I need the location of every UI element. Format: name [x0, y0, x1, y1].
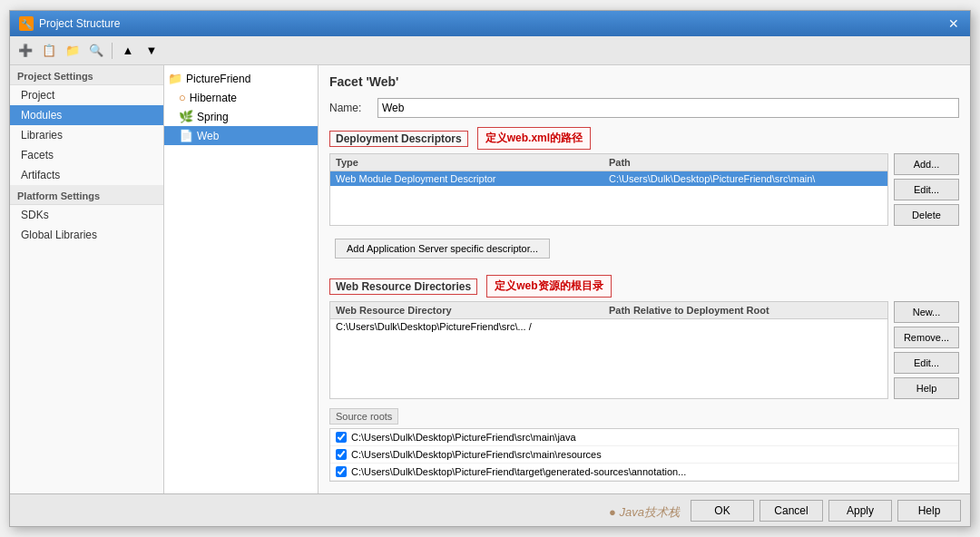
source-root-2-checkbox[interactable]	[336, 466, 347, 477]
toolbar-down-btn[interactable]: ▼	[142, 41, 162, 61]
web-resource-table: Web Resource Directory Path Relative to …	[329, 301, 888, 399]
web-resource-annotation: 定义web资源的根目录	[486, 275, 611, 298]
nav-item-sdks[interactable]: SDKs	[10, 205, 163, 225]
tree-web[interactable]: 📄 Web	[164, 126, 318, 145]
toolbar: ➕ 📋 📁 🔍 ▲ ▼	[10, 36, 970, 65]
close-button[interactable]: ✕	[946, 16, 961, 31]
title-bar: 🔧 Project Structure ✕	[10, 11, 970, 36]
web-resource-label: Web Resource Directories	[329, 278, 477, 295]
source-root-2: C:\Users\Dulk\Desktop\PictureFriend\targ…	[330, 464, 958, 481]
deployment-row-0[interactable]: Web Module Deployment Descriptor C:\User…	[330, 171, 887, 186]
deployment-col-type: Type	[336, 157, 609, 168]
toolbar-search-btn[interactable]: 🔍	[86, 41, 106, 61]
toolbar-folder-btn[interactable]: 📁	[63, 41, 83, 61]
tree-spring[interactable]: 🌿 Spring	[164, 107, 318, 126]
wr-help-btn[interactable]: Help	[894, 377, 959, 399]
source-root-0: C:\Users\Dulk\Desktop\PictureFriend\src\…	[330, 429, 958, 446]
title-bar-text: Project Structure	[39, 17, 120, 30]
tree-web-icon: 📄	[179, 129, 193, 142]
nav-item-libraries[interactable]: Libraries	[10, 125, 163, 145]
wr-col-directory: Web Resource Directory	[336, 305, 609, 316]
tree-hibernate-label: Hibernate	[190, 92, 237, 104]
dd-delete-btn[interactable]: Delete	[894, 204, 959, 226]
deployment-row-0-path: C:\Users\Dulk\Desktop\PictureFriend\src\…	[609, 173, 882, 184]
nav-item-project[interactable]: Project	[10, 85, 163, 105]
main-content: Project Settings Project Modules Librari…	[10, 65, 970, 493]
web-resource-section: Web Resource Directories 定义web资源的根目录 Web…	[329, 275, 959, 399]
source-roots-section: Source roots C:\Users\Dulk\Desktop\Pictu…	[329, 408, 959, 482]
source-root-0-checkbox[interactable]	[336, 432, 347, 443]
bottom-bar: ● Java技术栈 OK Cancel Apply Help	[10, 493, 970, 526]
source-roots-table: C:\Users\Dulk\Desktop\PictureFriend\src\…	[329, 428, 959, 482]
name-field-row: Name:	[329, 98, 959, 118]
wr-row-0-dir: C:\Users\Dulk\Desktop\PictureFriend\src\…	[336, 321, 609, 332]
toolbar-up-btn[interactable]: ▲	[118, 41, 138, 61]
source-root-1: C:\Users\Dulk\Desktop\PictureFriend\src\…	[330, 446, 958, 464]
web-resource-table-with-buttons: Web Resource Directory Path Relative to …	[329, 301, 959, 399]
wr-remove-btn[interactable]: Remove...	[894, 327, 959, 348]
toolbar-add-btn[interactable]: ➕	[15, 41, 35, 61]
facet-title: Facet 'Web'	[329, 74, 959, 89]
name-label: Name:	[329, 102, 370, 114]
nav-item-artifacts[interactable]: Artifacts	[10, 165, 163, 185]
tree-spring-icon: 🌿	[179, 110, 193, 123]
help-button[interactable]: Help	[897, 500, 961, 522]
add-server-area: Add Application Server specific descript…	[329, 235, 959, 266]
cancel-button[interactable]: Cancel	[760, 500, 823, 522]
source-root-2-path: C:\Users\Dulk\Desktop\PictureFriend\targ…	[351, 466, 686, 477]
wr-col-relative: Path Relative to Deployment Root	[609, 305, 882, 316]
tree-root[interactable]: 📁 PictureFriend	[164, 69, 318, 88]
source-roots-header: Source roots	[329, 408, 398, 425]
wr-side-buttons: New... Remove... Edit... Help	[894, 301, 959, 399]
ok-button[interactable]: OK	[691, 500, 754, 522]
deployment-descriptors-label: Deployment Descriptors	[329, 131, 468, 147]
tree-web-label: Web	[197, 130, 219, 142]
tree-root-icon: 📁	[168, 72, 182, 85]
app-icon: 🔧	[19, 16, 34, 31]
apply-button[interactable]: Apply	[828, 500, 892, 522]
name-input[interactable]	[377, 98, 959, 118]
source-root-1-path: C:\Users\Dulk\Desktop\PictureFriend\src\…	[351, 449, 602, 460]
source-root-0-path: C:\Users\Dulk\Desktop\PictureFriend\src\…	[351, 432, 576, 443]
project-structure-dialog: 🔧 Project Structure ✕ ➕ 📋 📁 🔍 ▲ ▼ Projec…	[9, 10, 971, 527]
dd-add-btn[interactable]: Add...	[894, 153, 959, 175]
wr-table-header: Web Resource Directory Path Relative to …	[330, 302, 887, 319]
tree-hibernate[interactable]: ○ Hibernate	[164, 88, 318, 107]
tree-hibernate-icon: ○	[179, 91, 186, 104]
project-settings-header: Project Settings	[10, 65, 163, 85]
wr-row-0[interactable]: C:\Users\Dulk\Desktop\PictureFriend\src\…	[330, 319, 887, 334]
nav-item-global-libraries[interactable]: Global Libraries	[10, 225, 163, 245]
deployment-descriptors-section: Deployment Descriptors 定义web.xml的路径 Type…	[329, 127, 959, 266]
toolbar-separator	[112, 43, 113, 59]
deployment-table-with-buttons: Type Path Web Module Deployment Descript…	[329, 153, 959, 226]
deployment-row-0-type: Web Module Deployment Descriptor	[336, 173, 609, 184]
add-server-btn[interactable]: Add Application Server specific descript…	[335, 239, 550, 259]
dd-edit-btn[interactable]: Edit...	[894, 179, 959, 200]
title-bar-left: 🔧 Project Structure	[19, 16, 120, 31]
source-root-1-checkbox[interactable]	[336, 449, 347, 460]
tree-panel: 📁 PictureFriend ○ Hibernate 🌿 Spring 📄 W…	[164, 65, 318, 493]
deployment-table-header: Type Path	[330, 154, 887, 171]
toolbar-copy-btn[interactable]: 📋	[39, 41, 59, 61]
nav-item-facets[interactable]: Facets	[10, 145, 163, 165]
wr-row-0-rel	[609, 321, 882, 332]
left-nav-panel: Project Settings Project Modules Librari…	[10, 65, 164, 493]
watermark: ● Java技术栈	[609, 504, 680, 521]
platform-settings-header: Platform Settings	[10, 185, 163, 205]
deployment-col-path: Path	[609, 157, 882, 168]
tree-root-label: PictureFriend	[186, 73, 250, 85]
right-panel: Facet 'Web' Name: Deployment Descriptors…	[318, 65, 970, 493]
tree-spring-label: Spring	[197, 111, 229, 123]
wr-new-btn[interactable]: New...	[894, 301, 959, 323]
deployment-annotation: 定义web.xml的路径	[477, 127, 591, 150]
deployment-table: Type Path Web Module Deployment Descript…	[329, 153, 888, 226]
wr-edit-btn[interactable]: Edit...	[894, 352, 959, 374]
deployment-side-buttons: Add... Edit... Delete	[894, 153, 959, 226]
nav-item-modules[interactable]: Modules	[10, 105, 163, 125]
